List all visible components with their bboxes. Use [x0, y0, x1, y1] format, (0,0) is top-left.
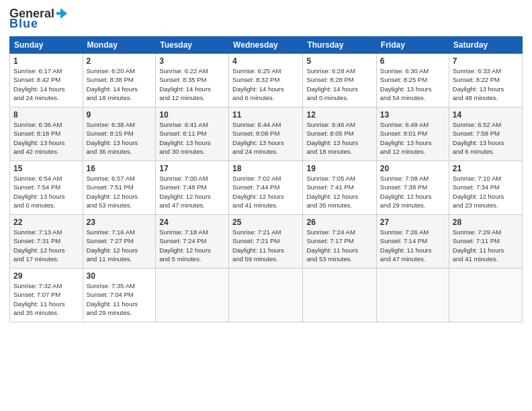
- day-8: 8Sunrise: 6:36 AMSunset: 8:18 PMDaylight…: [10, 107, 83, 161]
- day-16: 16Sunrise: 6:57 AMSunset: 7:51 PMDayligh…: [83, 161, 156, 215]
- empty-cell: [449, 269, 522, 322]
- day-10: 10Sunrise: 6:41 AMSunset: 8:11 PMDayligh…: [156, 107, 229, 161]
- day-3: 3Sunrise: 6:22 AMSunset: 8:35 PMDaylight…: [156, 54, 229, 107]
- day-15: 15Sunrise: 6:54 AMSunset: 7:54 PMDayligh…: [10, 161, 83, 215]
- svg-marker-0: [56, 8, 67, 19]
- header-thursday: Thursday: [303, 37, 376, 54]
- day-23: 23Sunrise: 7:16 AMSunset: 7:27 PMDayligh…: [83, 215, 156, 269]
- day-9: 9Sunrise: 6:38 AMSunset: 8:15 PMDaylight…: [83, 107, 156, 161]
- day-24: 24Sunrise: 7:18 AMSunset: 7:24 PMDayligh…: [156, 215, 229, 269]
- day-11: 11Sunrise: 6:44 AMSunset: 8:08 PMDayligh…: [229, 107, 303, 161]
- calendar: Sunday Monday Tuesday Wednesday Thursday…: [9, 36, 523, 322]
- empty-cell: [376, 269, 449, 322]
- empty-cell: [156, 269, 229, 322]
- logo: General Blue: [9, 7, 69, 31]
- day-14: 14Sunrise: 6:52 AMSunset: 7:58 PMDayligh…: [449, 107, 522, 161]
- day-26: 26Sunrise: 7:24 AMSunset: 7:17 PMDayligh…: [303, 215, 376, 269]
- day-20: 20Sunrise: 7:08 AMSunset: 7:38 PMDayligh…: [376, 161, 449, 215]
- day-7: 7Sunrise: 6:33 AMSunset: 8:22 PMDaylight…: [449, 54, 522, 107]
- header-saturday: Saturday: [449, 37, 522, 54]
- header-monday: Monday: [83, 37, 156, 54]
- logo-icon: [55, 7, 69, 20]
- empty-cell: [303, 269, 376, 322]
- day-12: 12Sunrise: 6:46 AMSunset: 8:05 PMDayligh…: [303, 107, 376, 161]
- day-2: 2Sunrise: 6:20 AMSunset: 8:38 PMDaylight…: [83, 54, 156, 107]
- day-21: 21Sunrise: 7:10 AMSunset: 7:34 PMDayligh…: [449, 161, 522, 215]
- day-29: 29Sunrise: 7:32 AMSunset: 7:07 PMDayligh…: [10, 269, 83, 322]
- day-30: 30Sunrise: 7:35 AMSunset: 7:04 PMDayligh…: [83, 269, 156, 322]
- empty-cell: [229, 269, 303, 322]
- header-wednesday: Wednesday: [229, 37, 303, 54]
- day-22: 22Sunrise: 7:13 AMSunset: 7:31 PMDayligh…: [10, 215, 83, 269]
- day-27: 27Sunrise: 7:26 AMSunset: 7:14 PMDayligh…: [376, 215, 449, 269]
- header-friday: Friday: [376, 37, 449, 54]
- day-17: 17Sunrise: 7:00 AMSunset: 7:48 PMDayligh…: [156, 161, 229, 215]
- day-25: 25Sunrise: 7:21 AMSunset: 7:21 PMDayligh…: [229, 215, 303, 269]
- day-19: 19Sunrise: 7:05 AMSunset: 7:41 PMDayligh…: [303, 161, 376, 215]
- header-tuesday: Tuesday: [156, 37, 229, 54]
- logo-blue-text: Blue: [9, 17, 38, 31]
- header-sunday: Sunday: [10, 37, 83, 54]
- day-1: 1Sunrise: 6:17 AMSunset: 8:42 PMDaylight…: [10, 54, 83, 107]
- day-6: 6Sunrise: 6:30 AMSunset: 8:25 PMDaylight…: [376, 54, 449, 107]
- day-5: 5Sunrise: 6:28 AMSunset: 8:28 PMDaylight…: [303, 54, 376, 107]
- day-13: 13Sunrise: 6:49 AMSunset: 8:01 PMDayligh…: [376, 107, 449, 161]
- day-4: 4Sunrise: 6:25 AMSunset: 8:32 PMDaylight…: [229, 54, 303, 107]
- day-28: 28Sunrise: 7:29 AMSunset: 7:11 PMDayligh…: [449, 215, 522, 269]
- day-18: 18Sunrise: 7:02 AMSunset: 7:44 PMDayligh…: [229, 161, 303, 215]
